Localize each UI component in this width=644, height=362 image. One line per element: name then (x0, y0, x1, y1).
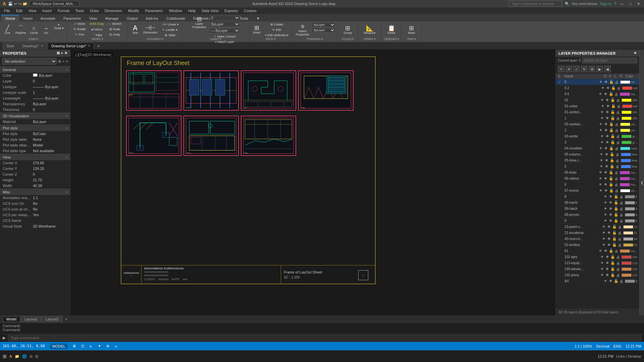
prop-bylayer-select2[interactable]: ByLayer (312, 28, 335, 33)
add-layout-button[interactable]: + (63, 316, 69, 322)
layer-freeze-icon[interactable]: ❄ (605, 273, 610, 277)
layer-freeze-icon[interactable]: ❄ (603, 80, 609, 84)
layer-freeze-icon[interactable]: ❄ (608, 206, 613, 211)
layer-del-btn[interactable]: ✕ (566, 66, 572, 72)
layer-row[interactable]: 05-column... ☀ ❄ 🔓 🖨 blue (556, 152, 639, 158)
btn-match-properties[interactable]: ≡ MatchProperties (294, 22, 311, 37)
layer-print-icon[interactable]: 🖨 (614, 128, 620, 132)
layer-freeze-icon[interactable]: ❄ (605, 104, 611, 108)
model-label[interactable]: MODEL (50, 344, 67, 349)
close-logo[interactable]: ✕ (88, 44, 90, 48)
layer-color-swatch[interactable] (625, 201, 635, 204)
layer-color-swatch[interactable] (622, 111, 632, 114)
layer-color-swatch[interactable] (622, 267, 632, 271)
tab-home[interactable]: Home (1, 15, 19, 21)
layer-color-swatch[interactable] (620, 123, 630, 126)
prop-bylayer-select1[interactable]: ByLayer (312, 22, 335, 27)
layer-print-icon[interactable]: 🖨 (615, 153, 620, 157)
menu-help[interactable]: Help (185, 8, 199, 13)
layer-row[interactable]: 01-cotas ☀ ❄ 🔓 🖨 red (556, 103, 639, 109)
open-icon[interactable]: 📂 (23, 2, 28, 6)
maximize-button[interactable]: □ (628, 2, 633, 6)
layer-color-swatch[interactable] (620, 129, 630, 132)
btn-stretch[interactable]: ↔ Stretch (107, 21, 123, 26)
layer-print-icon[interactable]: 🖨 (614, 189, 620, 193)
layer-color-swatch[interactable] (623, 243, 633, 247)
layer-row[interactable]: 1 ☀ ❄ 🔓 🖨 250 (556, 115, 639, 121)
layer-freeze-icon[interactable]: ❄ (605, 98, 610, 102)
layer-row[interactable]: 132-pisos ☀ ❄ 🔓 🖨 132 (556, 272, 639, 278)
layer-color-swatch[interactable] (622, 105, 632, 108)
layer-color-swatch[interactable] (620, 249, 630, 253)
btn-line[interactable]: ╱ Line (2, 22, 13, 37)
layer-list[interactable]: ✓ 0 ☀ ❄ 🔓 🖨 wh... 0.2 ☀ ❄ 🔓 🖨 red 0.6 ☀ … (556, 79, 639, 309)
layer-new-btn[interactable]: + (558, 66, 565, 72)
layer-on-icon[interactable]: ☀ (599, 134, 605, 138)
btn-move[interactable]: ⤢ Move (72, 21, 87, 26)
layer-print-icon[interactable]: 🖨 (615, 98, 621, 102)
layer-freeze-icon[interactable]: ❄ (608, 194, 613, 199)
layer-on-icon[interactable]: ☀ (599, 110, 605, 114)
btn-arc[interactable]: ⌢ Arc (41, 22, 52, 37)
canvas-area[interactable]: [-][Top][2D Wireframe] Frame of LayOut S… (70, 50, 555, 315)
btn-scale[interactable]: ⊞ Scale (107, 27, 123, 32)
layer-lock-icon[interactable]: 🔓 (612, 231, 617, 235)
layer-freeze-icon[interactable]: ❄ (604, 158, 609, 163)
thumbnail-5[interactable]: STRUCT (126, 116, 181, 156)
layer-lock-icon[interactable]: 🔓 (613, 219, 619, 223)
layer-freeze-icon[interactable]: ❄ (605, 134, 610, 138)
tab-parametric[interactable]: Parametric (59, 15, 85, 21)
color-select[interactable]: ByLayer (210, 22, 240, 27)
layer-freeze-icon[interactable]: ❄ (603, 176, 608, 181)
layer-print-icon[interactable]: 🖨 (617, 231, 623, 235)
layer-on-icon[interactable]: ☀ (599, 273, 605, 277)
layer-color-swatch[interactable] (620, 183, 630, 186)
layer-on-icon[interactable]: ☀ (603, 219, 608, 223)
layer-on-icon[interactable]: ☀ (599, 152, 604, 157)
signin-button[interactable]: Sign In (600, 2, 611, 6)
layer-lock-icon[interactable]: 🔓 (608, 176, 614, 181)
layer-row[interactable]: 6 ☀ ❄ 🔓 🖨 ma... (556, 182, 639, 188)
layer-on-icon[interactable]: ☀ (603, 206, 608, 211)
layer-lock-icon[interactable]: 🔓 (609, 146, 614, 150)
layer-print-icon[interactable]: 🖨 (616, 104, 622, 108)
layer-on-icon[interactable]: ☀ (601, 231, 606, 235)
layer-print-icon[interactable]: 🖨 (615, 140, 621, 144)
layer-color-swatch[interactable] (623, 225, 633, 229)
layer-row[interactable]: 01 ☀ ❄ 🔓 🖨 250 (556, 97, 639, 103)
layer-color-swatch[interactable] (622, 117, 632, 120)
layer-lock-icon[interactable]: 🔓 (609, 164, 615, 169)
tab-addins[interactable]: Add-ins (142, 15, 162, 21)
layer-on-icon[interactable]: ☀ (603, 200, 608, 205)
layer-color-swatch[interactable] (622, 99, 632, 102)
layer-lock-icon[interactable]: 🔓 (608, 249, 614, 253)
layer-panel-close[interactable]: ✕ (634, 51, 637, 55)
btn-leader[interactable]: ↖ Leader ▾ (160, 27, 180, 32)
layer-row[interactable]: 04-muebles ☀ ❄ 🔓 🖨 cyan (556, 145, 639, 152)
layer-lock-icon[interactable]: 🔓 (609, 152, 615, 157)
layer-color-swatch[interactable] (620, 189, 630, 192)
layer-color-swatch[interactable] (620, 171, 630, 174)
layer-freeze-icon[interactable]: ❄ (608, 200, 613, 205)
scale-display[interactable]: 1:1 | 100% (575, 344, 592, 348)
layer-print-icon[interactable]: 🖨 (615, 261, 621, 265)
layer-row[interactable]: 02-sanitari... ☀ ❄ 🔓 🖨 yel... (556, 121, 639, 127)
layer-print-icon[interactable]: 🖨 (615, 159, 620, 163)
layer-row[interactable]: 8 ☀ ❄ 🔓 🖨 8 (556, 194, 639, 200)
undo-icon[interactable]: ↩ (14, 2, 17, 6)
layer-row[interactable]: 01-simbol... ☀ ❄ 🔓 🖨 250 (556, 109, 639, 115)
layer-on-icon[interactable]: ☀ (599, 140, 605, 144)
layer-on-icon[interactable]: ☀ (598, 128, 603, 132)
layer-row[interactable]: 61 ☀ ❄ 🔓 🖨 ma... (556, 248, 639, 254)
layer-lock-icon[interactable]: 🔓 (610, 261, 615, 265)
layer-on-icon[interactable]: ☀ (599, 158, 604, 163)
layer-on-icon[interactable]: ☀ (600, 104, 605, 108)
tab-manage[interactable]: Manage (101, 15, 123, 21)
btn-trim[interactable]: ✂ Trim (72, 32, 87, 37)
layer-on-icon[interactable]: ☀ (598, 92, 603, 96)
layer-on-icon[interactable]: ☀ (601, 243, 606, 247)
layer-lock-icon[interactable]: 🔓 (612, 243, 617, 247)
section-misc[interactable]: Misc▾ (0, 189, 70, 195)
layer-row[interactable]: 2 ☀ ❄ 🔓 🖨 yel... (556, 127, 639, 133)
layer-on-icon[interactable]: ☀ (599, 261, 605, 265)
